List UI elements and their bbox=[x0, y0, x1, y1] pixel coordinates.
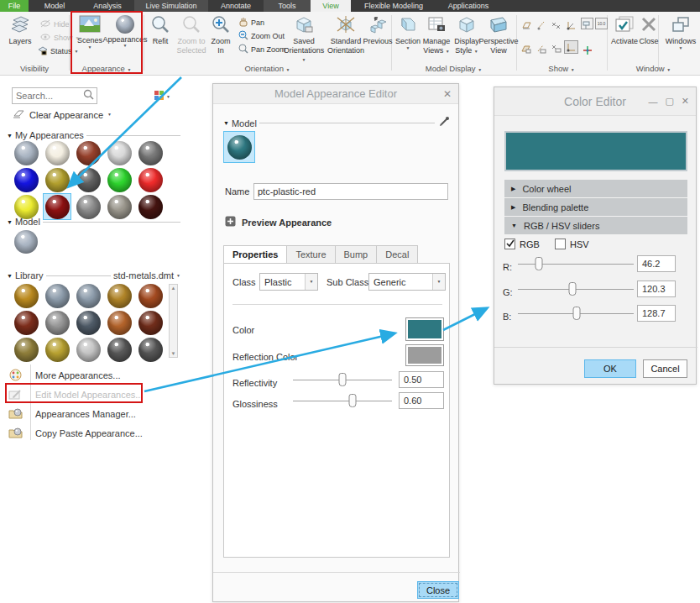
window-group-label[interactable]: Window ▼ bbox=[607, 64, 700, 73]
appearance-swatch[interactable] bbox=[105, 309, 133, 336]
perspective-view-button[interactable]: Perspective View bbox=[480, 15, 517, 55]
cancel-button[interactable]: Cancel bbox=[643, 359, 687, 378]
layers-button[interactable]: Layers bbox=[3, 15, 37, 46]
appearances-manager-item[interactable]: Appearances Manager... bbox=[5, 405, 181, 422]
r-slider[interactable] bbox=[518, 257, 634, 270]
appearance-swatch[interactable] bbox=[43, 309, 71, 336]
reflection-color-swatch-button[interactable] bbox=[405, 344, 444, 366]
library-scrollbar[interactable]: ▲ ▼ bbox=[169, 284, 178, 358]
editor-selected-appearance[interactable] bbox=[223, 131, 255, 163]
zoom-to-selected-button[interactable]: Zoom to Selected bbox=[175, 15, 207, 55]
tab-tools[interactable]: Tools bbox=[264, 0, 311, 12]
appearance-swatch[interactable] bbox=[12, 309, 40, 336]
plane-display-toggle[interactable] bbox=[520, 18, 532, 34]
csys-tag-display-toggle-pressed[interactable] bbox=[564, 40, 578, 54]
scroll-down-icon[interactable]: ▼ bbox=[171, 351, 176, 356]
appearance-swatch[interactable] bbox=[105, 166, 133, 193]
tab-bump[interactable]: Bump bbox=[336, 245, 378, 264]
annotation-display-toggle[interactable] bbox=[581, 18, 593, 29]
display-style-button[interactable]: Display Style ▼ bbox=[452, 15, 482, 55]
tab-live-simulation[interactable]: Live Simulation bbox=[134, 0, 208, 12]
hide-button[interactable]: Hide bbox=[40, 18, 70, 30]
appearance-swatch[interactable] bbox=[12, 282, 40, 309]
gallery-view-button[interactable]: ▼ bbox=[154, 89, 170, 104]
appearance-swatch[interactable] bbox=[74, 336, 102, 363]
slider-thumb[interactable] bbox=[339, 373, 347, 386]
editor-model-header[interactable]: ▼ Model bbox=[223, 116, 450, 130]
plane-tag-display-toggle[interactable] bbox=[520, 42, 532, 57]
tab-annotate[interactable]: Annotate bbox=[208, 0, 264, 12]
hsv-checkbox[interactable] bbox=[555, 239, 566, 249]
glossiness-slider[interactable] bbox=[293, 394, 392, 407]
appearance-swatch[interactable] bbox=[136, 309, 165, 336]
copy-paste-appearance-item[interactable]: Copy Paste Appearance... bbox=[5, 424, 181, 442]
rgb-checkbox[interactable] bbox=[504, 239, 515, 249]
subclass-select[interactable]: Generic ▼ bbox=[368, 273, 446, 291]
minimize-icon[interactable]: — bbox=[648, 97, 657, 107]
appearance-swatch[interactable] bbox=[105, 282, 133, 309]
reflectivity-slider[interactable] bbox=[293, 373, 392, 386]
orientation-group-label[interactable]: Orientation ▼ bbox=[144, 64, 391, 73]
maximize-icon[interactable]: ▢ bbox=[665, 96, 673, 107]
show-group-label[interactable]: Show ▼ bbox=[516, 64, 607, 73]
class-select[interactable]: Plastic ▼ bbox=[259, 273, 318, 291]
b-slider[interactable] bbox=[518, 307, 634, 320]
appearance-swatch[interactable] bbox=[136, 166, 165, 193]
refit-button[interactable]: Refit bbox=[147, 15, 174, 46]
glossiness-value[interactable]: 0.60 bbox=[399, 392, 444, 409]
search-icon[interactable] bbox=[83, 88, 97, 103]
tab-properties[interactable]: Properties bbox=[223, 245, 287, 264]
editor-close-button[interactable]: Close bbox=[417, 581, 459, 599]
tab-applications[interactable]: Applications bbox=[436, 0, 500, 12]
appearance-swatch[interactable] bbox=[136, 336, 165, 363]
appearance-swatch[interactable] bbox=[74, 282, 102, 309]
csys-display-toggle[interactable] bbox=[566, 18, 577, 34]
scroll-up-icon[interactable]: ▲ bbox=[171, 286, 176, 291]
appearance-swatch[interactable] bbox=[105, 139, 133, 166]
activate-button[interactable]: Activate bbox=[609, 15, 640, 46]
dimension-value-toggle[interactable]: 10.0 bbox=[595, 18, 608, 29]
visibility-group-label[interactable]: Visibility bbox=[0, 64, 69, 73]
clear-appearance-button[interactable]: Clear Appearance ▼ bbox=[12, 109, 112, 120]
tab-model[interactable]: Model bbox=[29, 0, 81, 12]
appearance-swatch[interactable] bbox=[136, 139, 165, 166]
appearance-swatch[interactable] bbox=[43, 166, 71, 193]
g-slider[interactable] bbox=[518, 282, 634, 296]
model-section-header[interactable]: ▼ Model bbox=[7, 217, 180, 227]
search-input[interactable] bbox=[13, 91, 83, 101]
point-display-toggle[interactable] bbox=[551, 18, 562, 34]
appearance-swatch[interactable] bbox=[43, 336, 71, 363]
close-dialog-icon[interactable]: ✕ bbox=[443, 88, 452, 100]
tab-analysis[interactable]: Analysis bbox=[81, 0, 134, 12]
standard-orientation-button[interactable]: Standard Orientation bbox=[326, 15, 366, 55]
appearance-name-input[interactable] bbox=[253, 183, 448, 200]
appearance-swatch[interactable] bbox=[74, 166, 102, 193]
slider-thumb[interactable] bbox=[572, 307, 580, 320]
model-appearance-swatch[interactable] bbox=[14, 230, 38, 254]
preview-appearance-toggle[interactable]: Preview Appearance bbox=[225, 215, 332, 230]
b-value[interactable]: 128.7 bbox=[637, 305, 676, 322]
more-appearances-item[interactable]: More Appearances... bbox=[5, 366, 181, 384]
slider-thumb[interactable] bbox=[535, 257, 543, 270]
pan-button[interactable]: Pan bbox=[238, 17, 264, 29]
appearance-swatch[interactable] bbox=[12, 336, 40, 363]
scenes-button[interactable]: Scenes ▼ bbox=[73, 15, 107, 50]
close-window-button[interactable]: Close bbox=[638, 15, 660, 46]
manage-views-button[interactable]: Manage Views ▼ bbox=[420, 15, 453, 55]
r-value[interactable]: 46.2 bbox=[637, 255, 676, 272]
ok-button[interactable]: OK bbox=[584, 359, 636, 378]
appearance-swatch[interactable] bbox=[74, 139, 102, 166]
eyedropper-icon[interactable] bbox=[437, 116, 450, 130]
blending-palette-section[interactable]: ▶ Blending palette bbox=[504, 198, 687, 216]
point-tag-display-toggle[interactable] bbox=[551, 42, 562, 57]
pan-zoom-button[interactable]: Pan Zoom bbox=[238, 44, 286, 55]
appearances-button[interactable]: Appearances ▼ bbox=[106, 15, 144, 48]
library-header[interactable]: ▼ Library std-metals.dmt ▼ bbox=[7, 270, 180, 281]
slider-thumb[interactable] bbox=[348, 394, 356, 407]
reflectivity-value[interactable]: 0.50 bbox=[399, 371, 444, 388]
windows-button[interactable]: Windows ▼ bbox=[663, 15, 698, 50]
saved-orientations-button[interactable]: Saved Orientations ▼ bbox=[284, 15, 324, 63]
tab-decal[interactable]: Decal bbox=[377, 245, 418, 264]
g-value[interactable]: 120.3 bbox=[637, 281, 676, 297]
previous-button[interactable]: Previous bbox=[364, 15, 391, 46]
